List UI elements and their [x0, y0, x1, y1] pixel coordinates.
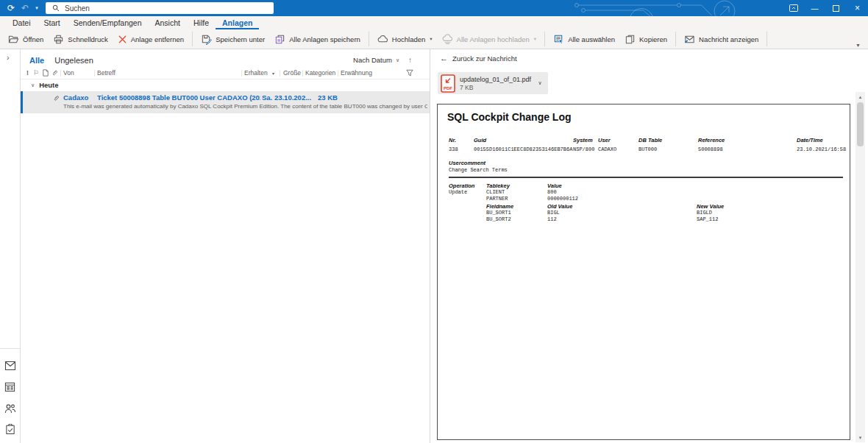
ribbon-separator	[675, 32, 676, 46]
upload-button[interactable]: Hochladen ▾	[373, 32, 437, 47]
pdf-key-0-value: 800	[547, 189, 557, 195]
sort-indicator-icon: ▾	[272, 71, 274, 76]
qat-caret-icon[interactable]: ▾	[35, 5, 38, 11]
window-controls: — ×	[783, 0, 868, 16]
pdf-document-page: SQL Cockpit Change Log Nr. Guid System U…	[437, 104, 850, 440]
mail-preview-text: This e-mail was generated automatically …	[63, 103, 427, 110]
flag-column-icon[interactable]: ⚐	[33, 69, 39, 77]
mail-list-column-headers: ! ⚐ Von Betreff Erhalten ▾ Größe Kategor…	[21, 68, 430, 79]
tab-hilfe[interactable]: Hilfe	[187, 16, 216, 29]
group-collapse-icon: ∨	[31, 82, 35, 88]
pdf-col-new-value: New Value	[697, 203, 724, 210]
sort-direction-icon[interactable]: ↑	[408, 56, 412, 64]
mail-nav-icon[interactable]	[0, 355, 20, 376]
people-nav-icon[interactable]	[0, 397, 20, 419]
pdf-col-user: User	[598, 137, 611, 143]
search-input[interactable]: Suchen	[46, 2, 274, 14]
pdf-key-1-value: 0000000112	[547, 196, 578, 202]
quick-print-button[interactable]: Schnelldruck	[49, 32, 112, 47]
column-erwaehnung[interactable]: Erwähnung	[341, 69, 372, 77]
nav-rail-modules	[0, 348, 20, 440]
pdf-field-1-name: BU_SORT2	[486, 216, 511, 222]
pdf-scrollbar[interactable]: ▲ ▼	[855, 92, 865, 442]
column-kategorien[interactable]: Kategorien	[305, 69, 335, 77]
column-betreff[interactable]: Betreff	[97, 69, 115, 77]
close-icon[interactable]: ×	[847, 0, 868, 16]
pdf-col-tablekey: Tablekey	[486, 182, 510, 189]
pdf-field-0-new: BIGLD	[697, 210, 712, 216]
back-to-message-link[interactable]: ← Zurück zur Nachricht	[440, 54, 517, 63]
minimize-icon[interactable]: —	[804, 0, 825, 16]
pdf-col-value: Value	[547, 182, 562, 189]
importance-column-icon[interactable]: !	[26, 69, 29, 77]
maximize-icon[interactable]	[825, 0, 847, 16]
tab-anlagen[interactable]: Anlagen	[216, 16, 259, 29]
quick-access-toolbar: ⟳ ↶ ▾	[0, 0, 38, 16]
mail-list-filter-tabs: Alle Ungelesen Nach Datum ∨ ↑	[21, 49, 430, 68]
attachment-chip[interactable]: PDF updatelog_01_of_01.pdf 7 KB ∨	[438, 72, 548, 94]
mail-list-item[interactable]: Cadaxo Ticket 50008898 Table BUT000 User…	[21, 91, 430, 113]
pdf-col-reference: Reference	[698, 137, 725, 143]
pdf-val-datetime: 23.10.2021/16:58	[797, 146, 846, 152]
tab-start[interactable]: Start	[38, 16, 67, 29]
ribbon-tabs: Datei Start Senden/Empfangen Ansicht Hil…	[0, 16, 868, 29]
group-header-heute[interactable]: ∨ Heute	[21, 79, 430, 91]
scroll-up-icon[interactable]: ▲	[855, 92, 865, 102]
column-groesse[interactable]: Größe	[283, 69, 301, 77]
ribbon-separator	[766, 32, 767, 46]
show-message-button[interactable]: Nachricht anzeigen	[680, 32, 763, 47]
column-erhalten[interactable]: Erhalten	[244, 69, 268, 77]
scrollbar-thumb[interactable]	[857, 102, 864, 146]
sort-by-dropdown[interactable]: Nach Datum ∨	[353, 56, 399, 64]
folder-pane-expander-icon[interactable]: ›	[0, 49, 20, 62]
filter-tab-alle[interactable]: Alle	[29, 56, 44, 65]
tab-ansicht[interactable]: Ansicht	[149, 16, 187, 29]
save-all-icon	[274, 34, 285, 45]
filter-icon[interactable]	[406, 69, 413, 77]
main-area: › Alle Ungelesen	[0, 49, 868, 443]
pdf-col-operation: Operation	[449, 182, 474, 189]
pdf-file-icon: PDF	[441, 74, 455, 93]
mail-sender: Cadaxo	[63, 93, 88, 102]
filter-tab-ungelesen[interactable]: Ungelesen	[54, 56, 93, 65]
dropdown-caret-icon: ▾	[430, 36, 432, 42]
mail-size: 23 KB	[318, 93, 338, 102]
scroll-down-icon[interactable]: ▼	[855, 433, 865, 442]
remove-attachment-button[interactable]: Anlage entfernen	[113, 32, 188, 46]
open-button[interactable]: Öffnen	[4, 32, 48, 47]
attachment-column-icon[interactable]	[51, 69, 58, 77]
pdf-usercomment-value: Change Search Terms	[449, 167, 508, 173]
attachment-preview-pane: ← Zurück zur Nachricht PDF updatelog_01_…	[430, 49, 868, 443]
pdf-col-datetime: Date/Time	[797, 137, 823, 143]
ribbon-separator	[369, 32, 369, 46]
sync-icon[interactable]: ⟳	[7, 0, 15, 16]
ribbon-collapse-icon[interactable]: ▼	[855, 43, 861, 48]
attachment-icon	[53, 94, 60, 102]
cloud-upload-all-icon	[442, 34, 453, 45]
save-all-attachments-button[interactable]: Alle Anlagen speichern	[270, 32, 365, 47]
pdf-field-0-old: BIGL	[547, 210, 560, 216]
pdf-title: SQL Cockpit Change Log	[447, 111, 572, 123]
copy-button[interactable]: Kopieren	[620, 32, 672, 47]
ribbon-separator	[544, 32, 545, 46]
undo-icon[interactable]: ↶	[21, 0, 29, 16]
item-type-column-icon[interactable]	[43, 69, 49, 77]
tab-senden-empfangen[interactable]: Senden/Empfangen	[67, 16, 149, 29]
select-all-button[interactable]: Alle auswählen	[549, 32, 619, 47]
pdf-col-old-value: Old Value	[547, 203, 572, 210]
save-as-button[interactable]: Speichern unter	[196, 32, 269, 47]
pdf-val-db-table: BUT000	[638, 146, 657, 152]
attachment-name: updatelog_01_of_01.pdf	[460, 76, 531, 84]
tab-datei[interactable]: Datei	[6, 16, 38, 29]
upload-all-attachments-button[interactable]: Alle Anlagen hochladen ▾	[438, 32, 541, 47]
ribbon-display-options-icon[interactable]	[783, 0, 804, 16]
attachment-options-caret-icon[interactable]: ∨	[534, 74, 546, 92]
pdf-col-nr: Nr.	[449, 137, 456, 143]
column-von[interactable]: Von	[63, 69, 74, 77]
pdf-field-0-name: BU_SORT1	[486, 210, 511, 216]
calendar-nav-icon[interactable]	[0, 376, 20, 397]
tasks-nav-icon[interactable]	[0, 419, 20, 440]
pdf-val-system: NSP/800	[573, 146, 594, 152]
column-divider	[241, 70, 242, 77]
attachment-size: 7 KB	[460, 84, 531, 91]
